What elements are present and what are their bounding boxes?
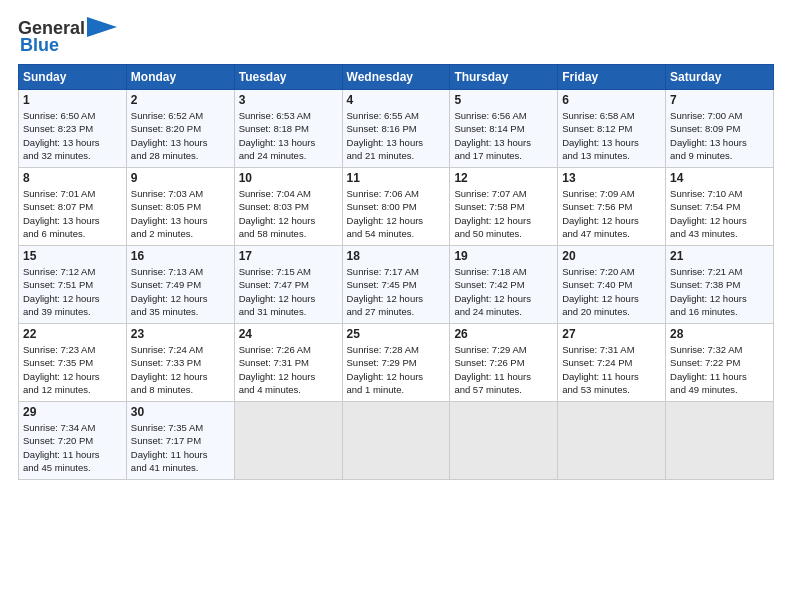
calendar-cell: 8Sunrise: 7:01 AMSunset: 8:07 PMDaylight… (19, 168, 127, 246)
day-number: 8 (23, 171, 122, 185)
calendar-cell: 16Sunrise: 7:13 AMSunset: 7:49 PMDayligh… (126, 246, 234, 324)
day-info: Sunrise: 7:03 AMSunset: 8:05 PMDaylight:… (131, 187, 230, 240)
day-number: 18 (347, 249, 446, 263)
day-number: 10 (239, 171, 338, 185)
calendar-cell: 2Sunrise: 6:52 AMSunset: 8:20 PMDaylight… (126, 90, 234, 168)
week-row-1: 1Sunrise: 6:50 AMSunset: 8:23 PMDaylight… (19, 90, 774, 168)
day-number: 30 (131, 405, 230, 419)
day-info: Sunrise: 7:18 AMSunset: 7:42 PMDaylight:… (454, 265, 553, 318)
day-info: Sunrise: 7:32 AMSunset: 7:22 PMDaylight:… (670, 343, 769, 396)
calendar-cell: 23Sunrise: 7:24 AMSunset: 7:33 PMDayligh… (126, 324, 234, 402)
day-info: Sunrise: 7:29 AMSunset: 7:26 PMDaylight:… (454, 343, 553, 396)
calendar-cell: 9Sunrise: 7:03 AMSunset: 8:05 PMDaylight… (126, 168, 234, 246)
calendar-cell: 5Sunrise: 6:56 AMSunset: 8:14 PMDaylight… (450, 90, 558, 168)
calendar-cell (450, 402, 558, 480)
header-row: SundayMondayTuesdayWednesdayThursdayFrid… (19, 65, 774, 90)
day-number: 19 (454, 249, 553, 263)
day-number: 5 (454, 93, 553, 107)
day-number: 15 (23, 249, 122, 263)
calendar-cell: 10Sunrise: 7:04 AMSunset: 8:03 PMDayligh… (234, 168, 342, 246)
day-info: Sunrise: 7:04 AMSunset: 8:03 PMDaylight:… (239, 187, 338, 240)
logo-blue: Blue (20, 35, 59, 56)
calendar-cell: 12Sunrise: 7:07 AMSunset: 7:58 PMDayligh… (450, 168, 558, 246)
day-info: Sunrise: 7:26 AMSunset: 7:31 PMDaylight:… (239, 343, 338, 396)
calendar-cell: 20Sunrise: 7:20 AMSunset: 7:40 PMDayligh… (558, 246, 666, 324)
day-number: 23 (131, 327, 230, 341)
day-info: Sunrise: 7:21 AMSunset: 7:38 PMDaylight:… (670, 265, 769, 318)
svg-marker-0 (87, 17, 117, 37)
day-number: 27 (562, 327, 661, 341)
calendar-cell: 22Sunrise: 7:23 AMSunset: 7:35 PMDayligh… (19, 324, 127, 402)
calendar-cell (234, 402, 342, 480)
day-number: 4 (347, 93, 446, 107)
day-info: Sunrise: 7:09 AMSunset: 7:56 PMDaylight:… (562, 187, 661, 240)
calendar-cell: 28Sunrise: 7:32 AMSunset: 7:22 PMDayligh… (666, 324, 774, 402)
day-info: Sunrise: 7:15 AMSunset: 7:47 PMDaylight:… (239, 265, 338, 318)
calendar-cell: 27Sunrise: 7:31 AMSunset: 7:24 PMDayligh… (558, 324, 666, 402)
day-number: 14 (670, 171, 769, 185)
calendar-cell (666, 402, 774, 480)
calendar-cell: 15Sunrise: 7:12 AMSunset: 7:51 PMDayligh… (19, 246, 127, 324)
day-number: 2 (131, 93, 230, 107)
calendar-cell: 26Sunrise: 7:29 AMSunset: 7:26 PMDayligh… (450, 324, 558, 402)
day-number: 28 (670, 327, 769, 341)
calendar-cell: 24Sunrise: 7:26 AMSunset: 7:31 PMDayligh… (234, 324, 342, 402)
day-number: 22 (23, 327, 122, 341)
day-number: 1 (23, 93, 122, 107)
day-info: Sunrise: 7:28 AMSunset: 7:29 PMDaylight:… (347, 343, 446, 396)
calendar-cell: 4Sunrise: 6:55 AMSunset: 8:16 PMDaylight… (342, 90, 450, 168)
day-number: 17 (239, 249, 338, 263)
day-header-tuesday: Tuesday (234, 65, 342, 90)
day-number: 20 (562, 249, 661, 263)
calendar-cell: 3Sunrise: 6:53 AMSunset: 8:18 PMDaylight… (234, 90, 342, 168)
calendar-cell: 21Sunrise: 7:21 AMSunset: 7:38 PMDayligh… (666, 246, 774, 324)
calendar-cell: 11Sunrise: 7:06 AMSunset: 8:00 PMDayligh… (342, 168, 450, 246)
day-info: Sunrise: 7:00 AMSunset: 8:09 PMDaylight:… (670, 109, 769, 162)
calendar-cell: 6Sunrise: 6:58 AMSunset: 8:12 PMDaylight… (558, 90, 666, 168)
day-number: 9 (131, 171, 230, 185)
day-number: 25 (347, 327, 446, 341)
calendar-cell: 30Sunrise: 7:35 AMSunset: 7:17 PMDayligh… (126, 402, 234, 480)
day-info: Sunrise: 7:01 AMSunset: 8:07 PMDaylight:… (23, 187, 122, 240)
day-number: 12 (454, 171, 553, 185)
day-header-sunday: Sunday (19, 65, 127, 90)
calendar-cell: 7Sunrise: 7:00 AMSunset: 8:09 PMDaylight… (666, 90, 774, 168)
day-number: 24 (239, 327, 338, 341)
logo-arrow-icon (87, 17, 117, 37)
day-info: Sunrise: 7:23 AMSunset: 7:35 PMDaylight:… (23, 343, 122, 396)
day-header-saturday: Saturday (666, 65, 774, 90)
logo: General Blue (18, 18, 117, 56)
day-info: Sunrise: 6:58 AMSunset: 8:12 PMDaylight:… (562, 109, 661, 162)
day-info: Sunrise: 6:52 AMSunset: 8:20 PMDaylight:… (131, 109, 230, 162)
day-number: 3 (239, 93, 338, 107)
day-info: Sunrise: 7:31 AMSunset: 7:24 PMDaylight:… (562, 343, 661, 396)
calendar-cell: 18Sunrise: 7:17 AMSunset: 7:45 PMDayligh… (342, 246, 450, 324)
calendar-cell: 14Sunrise: 7:10 AMSunset: 7:54 PMDayligh… (666, 168, 774, 246)
header: General Blue (18, 18, 774, 56)
day-number: 21 (670, 249, 769, 263)
calendar-cell (558, 402, 666, 480)
week-row-5: 29Sunrise: 7:34 AMSunset: 7:20 PMDayligh… (19, 402, 774, 480)
calendar-page: General Blue SundayMondayTuesdayWednesda… (0, 0, 792, 612)
day-info: Sunrise: 7:10 AMSunset: 7:54 PMDaylight:… (670, 187, 769, 240)
day-info: Sunrise: 6:55 AMSunset: 8:16 PMDaylight:… (347, 109, 446, 162)
day-info: Sunrise: 7:24 AMSunset: 7:33 PMDaylight:… (131, 343, 230, 396)
calendar-cell: 17Sunrise: 7:15 AMSunset: 7:47 PMDayligh… (234, 246, 342, 324)
day-info: Sunrise: 7:12 AMSunset: 7:51 PMDaylight:… (23, 265, 122, 318)
calendar-cell (342, 402, 450, 480)
calendar-cell: 19Sunrise: 7:18 AMSunset: 7:42 PMDayligh… (450, 246, 558, 324)
day-info: Sunrise: 7:13 AMSunset: 7:49 PMDaylight:… (131, 265, 230, 318)
day-info: Sunrise: 7:17 AMSunset: 7:45 PMDaylight:… (347, 265, 446, 318)
day-number: 13 (562, 171, 661, 185)
day-header-monday: Monday (126, 65, 234, 90)
day-info: Sunrise: 6:56 AMSunset: 8:14 PMDaylight:… (454, 109, 553, 162)
day-info: Sunrise: 7:34 AMSunset: 7:20 PMDaylight:… (23, 421, 122, 474)
day-number: 29 (23, 405, 122, 419)
day-header-wednesday: Wednesday (342, 65, 450, 90)
day-info: Sunrise: 6:50 AMSunset: 8:23 PMDaylight:… (23, 109, 122, 162)
day-info: Sunrise: 7:06 AMSunset: 8:00 PMDaylight:… (347, 187, 446, 240)
day-number: 7 (670, 93, 769, 107)
day-info: Sunrise: 7:20 AMSunset: 7:40 PMDaylight:… (562, 265, 661, 318)
day-header-thursday: Thursday (450, 65, 558, 90)
week-row-3: 15Sunrise: 7:12 AMSunset: 7:51 PMDayligh… (19, 246, 774, 324)
